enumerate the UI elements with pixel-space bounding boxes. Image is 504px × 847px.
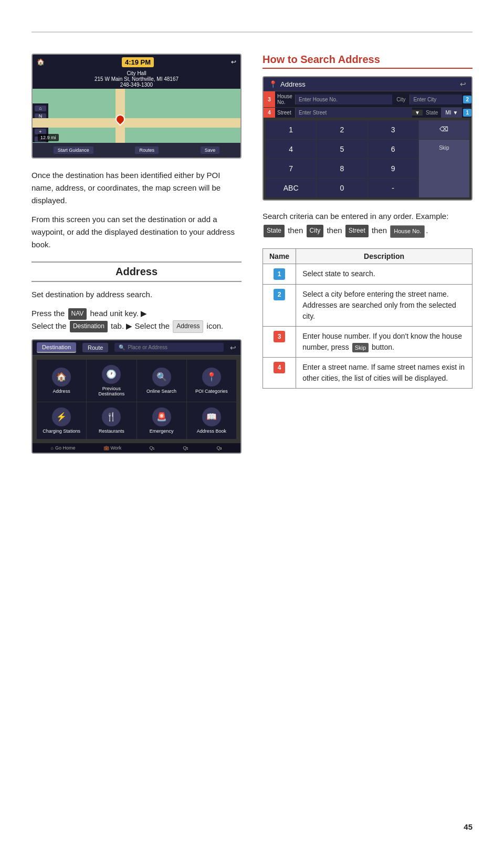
dest-back-button[interactable]: ↩	[230, 343, 236, 352]
dest-q1[interactable]: Q₁	[149, 445, 155, 451]
dest-bottom-bar: ⌂ Go Home 💼 Work Q₁ Q₂ Q₃	[33, 443, 240, 453]
restaurants-label: Restaurants	[99, 428, 124, 434]
charging-label: Charging Stations	[43, 428, 80, 434]
nav-start-guidance[interactable]: Start Guidance	[54, 147, 93, 154]
key-8[interactable]: 8	[317, 159, 367, 178]
circle-4: 4	[274, 362, 285, 373]
city-label-inline: City	[392, 95, 410, 104]
table-row-2: 2 Select a city before entering the stre…	[263, 284, 472, 326]
press-text: Press the	[32, 309, 65, 318]
nav-bottom-bar: Start Guidance Routes Save	[33, 143, 240, 158]
key-9[interactable]: 9	[368, 159, 418, 178]
tab-text: tab. ▶ Select the	[111, 321, 170, 330]
skip-badge-inline[interactable]: Skip	[352, 343, 369, 353]
dest-icon-previous[interactable]: 🕐 Previous Destinations	[87, 360, 136, 402]
badge-2: 2	[463, 96, 471, 103]
street-input[interactable]: Enter Street	[295, 108, 412, 118]
select-text: Select the	[32, 321, 67, 330]
how-to-search-heading: How to Search Address	[262, 54, 472, 69]
dest-q2[interactable]: Q₂	[183, 445, 188, 451]
addr-title: 📍 Address	[269, 80, 306, 88]
circle-2: 2	[274, 289, 285, 300]
key-4[interactable]: 4	[266, 140, 316, 159]
dest-q3[interactable]: Q₃	[216, 445, 222, 451]
key-5[interactable]: 5	[317, 140, 367, 159]
dest-top-bar: Destination Route 🔍 Place or Address ↩	[33, 340, 240, 355]
charging-icon: ⚡	[52, 407, 71, 426]
nav-address-line2: 215 W Main St, Northville, MI 48167	[37, 76, 236, 82]
street-badge: Street	[345, 225, 369, 237]
nav-top-bar: 🏠 4:19 PM ↩	[33, 55, 240, 69]
dest-icon-poi[interactable]: 📍 POI Categories	[187, 360, 236, 402]
key-3[interactable]: 3	[368, 120, 418, 139]
q1-label: Q₁	[149, 445, 155, 451]
house-no-input[interactable]: Enter House No.	[295, 95, 392, 104]
table-cell-num3: 3	[263, 326, 296, 357]
nav-back-icon: ↩	[231, 58, 236, 66]
dest-icons-grid: 🏠 Address 🕐 Previous Destinations 🔍 Onli…	[33, 355, 240, 443]
nav-screenshot: 🏠 4:19 PM ↩ City Hall 215 W Main St, Nor…	[32, 54, 242, 159]
house-no-badge: House No.	[390, 225, 425, 238]
table-cell-num2: 2	[263, 284, 296, 326]
address-badge: Address	[173, 320, 203, 332]
nav-badge: NAV	[68, 308, 87, 319]
street-dropdown-icon[interactable]: ▼	[412, 110, 423, 116]
address-section-title: Address	[32, 266, 242, 278]
work-icon: 💼	[103, 445, 109, 451]
nav-routes[interactable]: Routes	[135, 147, 159, 154]
key-6[interactable]: 6	[368, 140, 418, 159]
state-badge: State	[264, 225, 285, 237]
right-column: How to Search Address 📍 Address ↩ 3 Hous…	[262, 54, 472, 454]
dest-tab-destination[interactable]: Destination	[37, 342, 76, 353]
page-container: 🏠 4:19 PM ↩ City Hall 215 W Main St, Nor…	[0, 0, 504, 847]
nav-home-icon: 🏠	[37, 58, 45, 66]
nav-address-bar: City Hall 215 W Main St, Northville, MI …	[33, 69, 240, 89]
addr-title-bar: 📍 Address ↩	[264, 77, 471, 91]
dest-search-bar[interactable]: 🔍 Place or Address	[114, 343, 224, 352]
nav-side-home: ⌂	[35, 106, 46, 111]
state-value[interactable]: MI ▼	[441, 108, 462, 118]
two-column-layout: 🏠 4:19 PM ↩ City Hall 215 W Main St, Nor…	[32, 54, 472, 454]
table-cell-desc3: Enter house number. If you don't know th…	[296, 326, 472, 357]
key-abc[interactable]: ABC	[266, 179, 316, 197]
key-0[interactable]: 0	[317, 179, 367, 197]
nav-save[interactable]: Save	[201, 147, 220, 154]
dest-work[interactable]: 💼 Work	[103, 445, 122, 451]
body-para2: From this screen you can set the destina…	[32, 213, 242, 251]
top-divider	[32, 32, 472, 33]
dest-icon-charging[interactable]: ⚡ Charging Stations	[37, 402, 86, 439]
dest-tab-route[interactable]: Route	[82, 343, 108, 352]
table-cell-desc1: Select state to search.	[296, 264, 472, 284]
key-2[interactable]: 2	[317, 120, 367, 139]
badge-1: 1	[463, 109, 471, 117]
emergency-icon: 🚨	[152, 407, 171, 426]
address-icon: 🏠	[52, 368, 71, 386]
address-ui-screenshot: 📍 Address ↩ 3 HouseNo. Enter House No. C…	[262, 76, 472, 201]
table-row-3: 3 Enter house number. If you don't know …	[263, 326, 472, 357]
emergency-label: Emergency	[150, 428, 174, 434]
city-input[interactable]: Enter City	[410, 95, 462, 104]
table-cell-desc2: Select a city before entering the street…	[296, 284, 472, 326]
addr-title-text: Address	[280, 80, 306, 88]
table-cell-desc4: Enter a street name. If same street name…	[296, 357, 472, 388]
dest-icon-online[interactable]: 🔍 Online Search	[137, 360, 186, 402]
dest-icon-emergency[interactable]: 🚨 Emergency	[137, 402, 186, 439]
q3-label: Q₃	[216, 445, 222, 451]
dest-gohome[interactable]: ⌂ Go Home	[51, 445, 76, 451]
key-1[interactable]: 1	[266, 120, 316, 139]
key-dash[interactable]: -	[368, 179, 418, 197]
address-body: Set destination by address search.	[32, 288, 242, 301]
gohome-label: Go Home	[55, 445, 76, 451]
dest-icon-restaurants[interactable]: 🍴 Restaurants	[87, 402, 136, 439]
state-text: MI	[445, 110, 451, 116]
addr-numpad: 1 2 3 ⌫ 4 5 6 Skip 7 8 9 ABC 0 -	[264, 118, 471, 200]
state-label-inline: State	[423, 108, 441, 118]
key-7[interactable]: 7	[266, 159, 316, 178]
key-skip[interactable]: Skip	[419, 140, 469, 197]
table-row-1: 1 Select state to search.	[263, 264, 472, 284]
addr-back-button[interactable]: ↩	[460, 80, 466, 88]
online-icon: 🔍	[152, 368, 171, 386]
dest-icon-addressbook[interactable]: 📖 Address Book	[187, 402, 236, 439]
dest-icon-address[interactable]: 🏠 Address	[37, 360, 86, 402]
key-del[interactable]: ⌫	[419, 120, 469, 139]
